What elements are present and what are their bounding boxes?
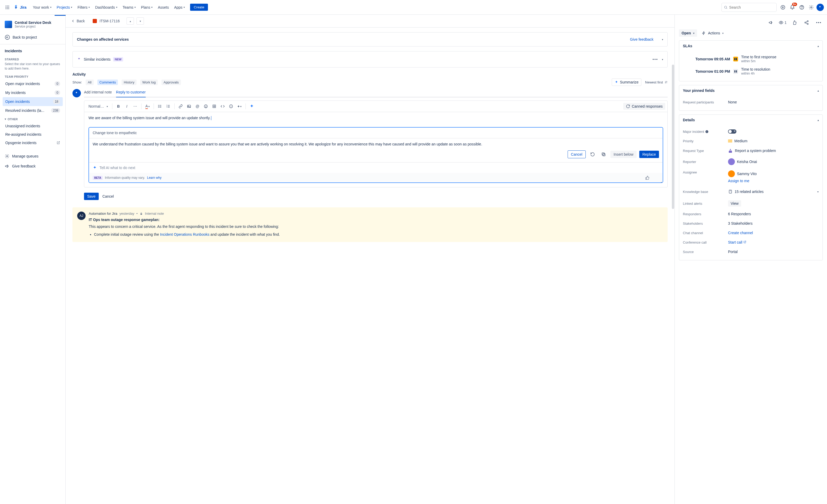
add-button[interactable]: +▾: [236, 102, 243, 110]
vote-icon[interactable]: [790, 18, 799, 27]
field-request-type[interactable]: Request Type Report a system problem: [683, 146, 819, 156]
scrollbar[interactable]: [672, 64, 674, 209]
prev-issue-button[interactable]: ▴: [127, 17, 134, 25]
editor-text-area[interactable]: We are aware of the billing system issue…: [84, 112, 667, 124]
field-assignee[interactable]: Assignee Sammy Vito Assign to me: [683, 168, 819, 186]
app-switcher-icon[interactable]: [3, 3, 11, 11]
rovo-icon[interactable]: [779, 3, 787, 11]
other-cat[interactable]: ▾OTHER: [3, 115, 63, 122]
start-call-link[interactable]: Start call: [728, 240, 746, 244]
kb-dropdown[interactable]: 15 related articles ▾: [728, 188, 819, 195]
ai-retry-button[interactable]: [588, 150, 597, 159]
filter-all[interactable]: All: [86, 80, 93, 85]
nav-projects[interactable]: Projects▾: [55, 4, 75, 11]
info-button[interactable]: [227, 102, 235, 110]
link-button[interactable]: [177, 102, 185, 110]
thumb-down-button[interactable]: [653, 174, 659, 181]
ai-replace-button[interactable]: Replace: [639, 151, 659, 158]
field-reporter[interactable]: Reporter Keisha Onai: [683, 156, 819, 168]
runbooks-link[interactable]: Incident Operations Runbooks: [160, 232, 209, 237]
search-box[interactable]: [722, 3, 777, 12]
learn-why-link[interactable]: Learn why: [147, 176, 161, 180]
chevron-down-icon[interactable]: ▾: [662, 38, 663, 41]
manage-queues[interactable]: Manage queues: [3, 151, 63, 161]
major-incident-toggle[interactable]: ✕: [728, 130, 736, 134]
text-style-select[interactable]: Normal text▾: [86, 103, 110, 109]
more-actions-icon[interactable]: [814, 18, 823, 27]
create-channel-link[interactable]: Create channel: [728, 231, 753, 235]
queue-unassigned[interactable]: Unassigned incidents: [3, 122, 63, 130]
ai-assist-button[interactable]: [248, 102, 256, 110]
share-icon[interactable]: [802, 18, 811, 27]
filter-comments[interactable]: Comments: [97, 80, 118, 85]
nav-plans[interactable]: Plans▾: [139, 4, 155, 11]
tab-internal-note[interactable]: Add internal note: [84, 89, 112, 97]
settings-icon[interactable]: [807, 3, 816, 11]
italic-button[interactable]: I: [123, 102, 131, 110]
give-feedback-link[interactable]: Give feedback: [630, 37, 654, 42]
nav-your-work[interactable]: Your work▾: [31, 4, 54, 11]
text-color-button[interactable]: A▾: [144, 102, 151, 110]
queue-reassigned[interactable]: Re-assigned incidents: [3, 130, 63, 139]
bullet-list-button[interactable]: [156, 102, 164, 110]
help-icon[interactable]: [797, 3, 806, 11]
info-icon[interactable]: [705, 130, 709, 133]
sort-button[interactable]: Newest first: [645, 80, 668, 84]
emoji-button[interactable]: [202, 102, 210, 110]
assign-to-me-link[interactable]: Assign to me: [728, 179, 749, 183]
cancel-button[interactable]: Cancel: [102, 194, 114, 198]
field-priority[interactable]: Priority Medium: [683, 136, 819, 146]
watch-button[interactable]: 1: [779, 20, 787, 25]
back-button[interactable]: Back: [71, 19, 85, 23]
next-issue-button[interactable]: ▾: [137, 17, 144, 25]
thumb-up-button[interactable]: [644, 174, 650, 181]
queue-resolved[interactable]: Resolved incidents (la...238: [3, 106, 63, 115]
nav-dashboards[interactable]: Dashboards▾: [93, 4, 119, 11]
mention-button[interactable]: @: [193, 102, 201, 110]
image-button[interactable]: [185, 102, 193, 110]
nav-filters[interactable]: Filters▾: [75, 4, 92, 11]
notifications-icon[interactable]: 9+: [788, 3, 796, 11]
more-icon[interactable]: [651, 55, 659, 63]
queue-open-major[interactable]: Open major incidents0: [3, 79, 63, 88]
filter-history[interactable]: History: [121, 80, 136, 85]
status-dropdown[interactable]: Open▾: [679, 30, 697, 37]
field-stakeholders[interactable]: Stakeholders 3 Stakeholders: [683, 219, 819, 228]
more-format-button[interactable]: ⋯: [131, 102, 139, 110]
bold-button[interactable]: B: [114, 102, 123, 110]
summarize-button[interactable]: Summarize: [612, 79, 641, 86]
canned-responses-button[interactable]: Canned responses: [623, 103, 665, 110]
filter-approvals[interactable]: Approvals: [161, 80, 181, 85]
issue-key[interactable]: ITSM-17116: [99, 19, 120, 23]
give-feedback-sidebar[interactable]: Give feedback: [3, 161, 63, 171]
create-button[interactable]: Create: [190, 4, 208, 11]
jira-logo[interactable]: Jira: [14, 5, 27, 10]
chevron-down-icon[interactable]: ▾: [662, 58, 663, 61]
field-request-participants[interactable]: Request participants None: [683, 97, 819, 107]
queue-my-incidents[interactable]: My incidents0: [3, 88, 63, 97]
code-button[interactable]: [219, 102, 227, 110]
table-button[interactable]: [210, 102, 218, 110]
comment-author[interactable]: Automation for Jira: [89, 212, 117, 215]
ai-insert-button[interactable]: Insert below: [611, 151, 636, 158]
nav-assets[interactable]: Assets: [156, 4, 171, 11]
affected-services-panel[interactable]: Changes on affected services Give feedba…: [72, 32, 668, 46]
view-alerts-button[interactable]: View: [728, 200, 741, 207]
profile-avatar[interactable]: [817, 4, 824, 11]
filter-worklog[interactable]: Work log: [140, 80, 158, 85]
ai-copy-button[interactable]: [599, 150, 608, 159]
nav-teams[interactable]: Teams▾: [120, 4, 138, 11]
numbered-list-button[interactable]: 123: [164, 102, 172, 110]
field-responders[interactable]: Responders 6 Responders: [683, 209, 819, 219]
queue-open-incidents[interactable]: Open incidents18: [3, 97, 63, 106]
back-to-project[interactable]: Back to project: [3, 32, 63, 43]
ai-cancel-button[interactable]: Cancel: [568, 150, 586, 158]
actions-dropdown[interactable]: Actions▾: [701, 30, 725, 37]
search-input[interactable]: [729, 5, 774, 9]
tab-reply-customer[interactable]: Reply to customer: [116, 89, 146, 97]
save-button[interactable]: Save: [84, 193, 99, 200]
queue-opsgenie[interactable]: Opsgenie incidents: [3, 139, 63, 147]
nav-apps[interactable]: Apps▾: [172, 4, 187, 11]
ai-followup-input[interactable]: Tell AI what to do next: [89, 162, 663, 173]
feedback-icon[interactable]: [767, 18, 775, 27]
